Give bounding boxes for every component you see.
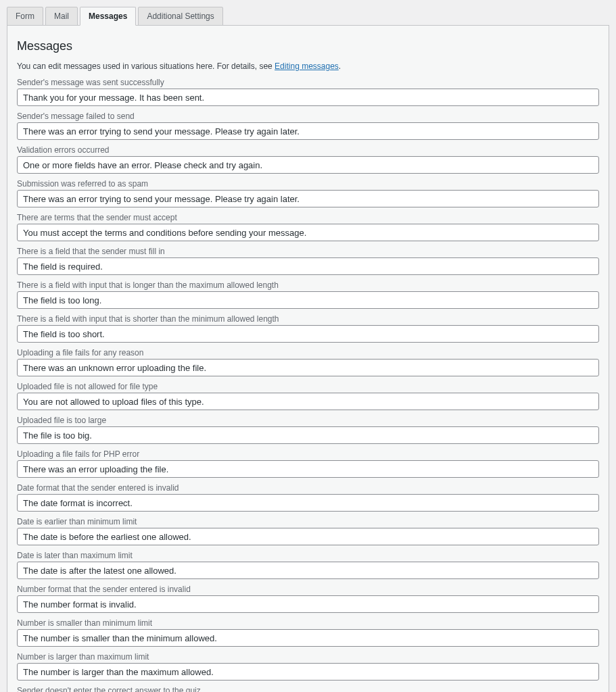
fields-container: Sender's message was sent successfullySe…: [17, 78, 599, 692]
message-field-input[interactable]: [17, 89, 599, 106]
message-field-group: Sender's message was sent successfully: [17, 78, 599, 106]
message-field-input[interactable]: [17, 393, 599, 410]
message-field-label: Number is larger than maximum limit: [17, 652, 599, 662]
panel-desc-suffix: .: [339, 61, 341, 71]
message-field-input[interactable]: [17, 494, 599, 512]
message-field-label: Uploading a file fails for PHP error: [17, 449, 599, 459]
message-field-group: Sender doesn't enter the correct answer …: [17, 686, 599, 692]
tab-form[interactable]: Form: [7, 7, 43, 26]
message-field-group: There is a field with input that is shor…: [17, 314, 599, 343]
message-field-label: Submission was referred to as spam: [17, 179, 599, 189]
message-field-group: Number is larger than maximum limit: [17, 652, 599, 681]
message-field-label: Number format that the sender entered is…: [17, 585, 599, 594]
message-field-input[interactable]: [17, 663, 599, 681]
panel-desc-text: You can edit messages used in various si…: [17, 61, 275, 71]
message-field-input[interactable]: [17, 291, 599, 309]
message-field-label: There are terms that the sender must acc…: [17, 213, 599, 222]
message-field-label: Sender's message failed to send: [17, 112, 599, 121]
message-field-group: Number format that the sender entered is…: [17, 585, 599, 613]
message-field-input[interactable]: [17, 156, 599, 174]
message-field-input[interactable]: [17, 359, 599, 376]
message-field-input[interactable]: [17, 426, 599, 444]
message-field-label: Uploaded file is not allowed for file ty…: [17, 382, 599, 391]
message-field-input[interactable]: [17, 528, 599, 545]
message-field-label: Sender's message was sent successfully: [17, 78, 599, 87]
message-field-group: Validation errors occurred: [17, 145, 599, 174]
message-field-input[interactable]: [17, 460, 599, 478]
message-field-label: Number is smaller than minimum limit: [17, 618, 599, 628]
message-field-label: Date format that the sender entered is i…: [17, 483, 599, 493]
messages-panel: Messages You can edit messages used in v…: [7, 25, 609, 692]
message-field-group: Uploaded file is not allowed for file ty…: [17, 382, 599, 410]
message-field-group: There is a field that the sender must fi…: [17, 247, 599, 275]
tab-messages[interactable]: Messages: [80, 7, 136, 26]
editing-messages-link[interactable]: Editing messages: [275, 61, 339, 71]
tabs-nav: Form Mail Messages Additional Settings: [7, 7, 609, 26]
message-field-input[interactable]: [17, 224, 599, 241]
message-field-label: There is a field with input that is long…: [17, 280, 599, 290]
tab-mail[interactable]: Mail: [45, 7, 78, 26]
message-field-input[interactable]: [17, 257, 599, 275]
message-field-group: Date is earlier than minimum limit: [17, 517, 599, 545]
message-field-input[interactable]: [17, 190, 599, 207]
message-field-label: Date is later than maximum limit: [17, 551, 599, 560]
message-field-input[interactable]: [17, 562, 599, 579]
message-field-group: Number is smaller than minimum limit: [17, 618, 599, 647]
tab-additional-settings[interactable]: Additional Settings: [138, 7, 222, 26]
panel-title: Messages: [17, 39, 599, 53]
message-field-group: Uploading a file fails for PHP error: [17, 449, 599, 478]
message-field-label: There is a field that the sender must fi…: [17, 247, 599, 256]
panel-description: You can edit messages used in various si…: [17, 61, 599, 71]
message-field-group: There is a field with input that is long…: [17, 280, 599, 309]
message-field-group: Submission was referred to as spam: [17, 179, 599, 207]
message-field-group: Date format that the sender entered is i…: [17, 483, 599, 512]
message-field-label: Uploading a file fails for any reason: [17, 348, 599, 357]
message-field-group: Uploaded file is too large: [17, 416, 599, 444]
message-field-input[interactable]: [17, 629, 599, 647]
message-field-label: There is a field with input that is shor…: [17, 314, 599, 324]
message-field-label: Sender doesn't enter the correct answer …: [17, 686, 599, 692]
message-field-group: Sender's message failed to send: [17, 112, 599, 140]
message-field-input[interactable]: [17, 595, 599, 613]
message-field-group: Uploading a file fails for any reason: [17, 348, 599, 376]
message-field-group: Date is later than maximum limit: [17, 551, 599, 579]
message-field-label: Date is earlier than minimum limit: [17, 517, 599, 526]
message-field-group: There are terms that the sender must acc…: [17, 213, 599, 241]
message-field-label: Uploaded file is too large: [17, 416, 599, 425]
message-field-label: Validation errors occurred: [17, 145, 599, 155]
message-field-input[interactable]: [17, 325, 599, 343]
message-field-input[interactable]: [17, 122, 599, 140]
